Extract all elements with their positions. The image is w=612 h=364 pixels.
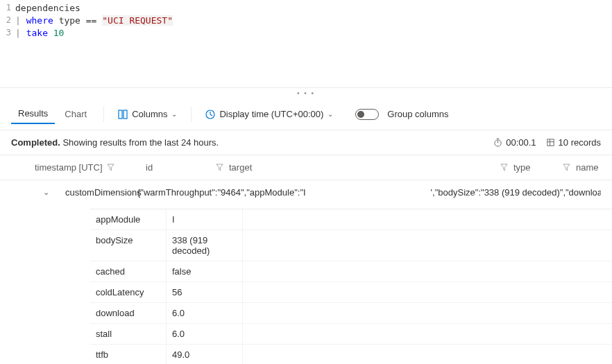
toggle-switch[interactable] — [355, 109, 379, 120]
display-time-button[interactable]: Display time (UTC+00:00) ⌄ — [201, 106, 337, 122]
row-field-label: customDimensions — [35, 187, 137, 198]
query-duration: 00:00.1 — [493, 137, 536, 148]
columns-button[interactable]: Columns ⌄ — [114, 106, 181, 122]
table-row: appModuleI — [90, 209, 612, 229]
token-string: "UCI REQUEST" — [102, 15, 173, 26]
tab-results[interactable]: Results — [11, 104, 55, 124]
expanded-row: ⌄ customDimensions {"warmThroughput":"94… — [0, 180, 612, 364]
filter-icon[interactable] — [500, 164, 508, 171]
record-count: 10 records — [546, 137, 601, 148]
grid-header: timestamp [UTC] id target type name — [0, 155, 612, 180]
stopwatch-icon — [493, 138, 502, 147]
status-bar: Completed. Showing results from the last… — [0, 130, 612, 155]
columns-icon — [118, 110, 128, 119]
token-table: dependencies — [15, 3, 80, 13]
token-keyword: take — [26, 28, 48, 38]
separator — [103, 107, 104, 122]
svg-rect-1 — [124, 110, 127, 119]
filter-icon[interactable] — [563, 164, 570, 171]
tab-chart[interactable]: Chart — [58, 105, 94, 123]
row-json-preview: {"warmThroughput":"9464","appModule":"I'… — [137, 187, 601, 198]
table-row: coldLatency56 — [90, 281, 612, 302]
display-time-label: Display time (UTC+00:00) — [219, 109, 323, 119]
table-row: cachedfalse — [90, 261, 612, 281]
records-icon — [546, 138, 555, 147]
clock-icon — [205, 110, 215, 119]
svg-rect-4 — [547, 139, 553, 146]
token-pipe: | — [15, 28, 21, 38]
filter-icon[interactable] — [107, 164, 114, 171]
group-columns-label: Group columns — [387, 109, 448, 119]
resize-handle[interactable]: • • • — [0, 88, 612, 98]
line-number: 1 — [0, 3, 15, 12]
chevron-down-icon: ⌄ — [328, 110, 333, 118]
chevron-down-icon: ⌄ — [171, 110, 177, 118]
group-columns-toggle[interactable]: Group columns — [351, 106, 452, 123]
line-number: 2 — [0, 15, 15, 25]
collapse-caret-icon[interactable]: ⌄ — [43, 188, 49, 197]
token-keyword: where — [26, 15, 53, 26]
token-pipe: | — [15, 15, 21, 26]
column-target[interactable]: target — [229, 162, 252, 173]
filter-icon[interactable] — [216, 164, 223, 171]
table-row: download6.0 — [90, 302, 612, 323]
column-type[interactable]: type — [513, 162, 531, 173]
results-toolbar: Results Chart Columns ⌄ Display time (UT… — [0, 98, 612, 130]
token-op: == — [86, 15, 97, 26]
status-completed: Completed. — [11, 137, 60, 148]
separator — [191, 107, 192, 122]
columns-label: Columns — [132, 109, 167, 119]
token-number: 10 — [53, 28, 65, 38]
column-name[interactable]: name — [576, 162, 599, 173]
line-number: 3 — [0, 28, 15, 37]
query-editor[interactable]: 1 dependencies 2 | where type == "UCI RE… — [0, 0, 612, 88]
table-row: bodySize338 (919 decoded) — [90, 229, 612, 261]
custom-dimensions-table: appModuleI bodySize338 (919 decoded) cac… — [90, 209, 612, 364]
column-timestamp[interactable]: timestamp [UTC] — [35, 162, 103, 173]
token-field: type — [59, 15, 80, 26]
table-row: ttfb49.0 — [90, 344, 612, 364]
status-message: Showing results from the last 24 hours. — [60, 137, 219, 148]
column-id[interactable]: id — [146, 162, 153, 173]
svg-rect-0 — [119, 110, 122, 119]
table-row: stall6.0 — [90, 323, 612, 344]
